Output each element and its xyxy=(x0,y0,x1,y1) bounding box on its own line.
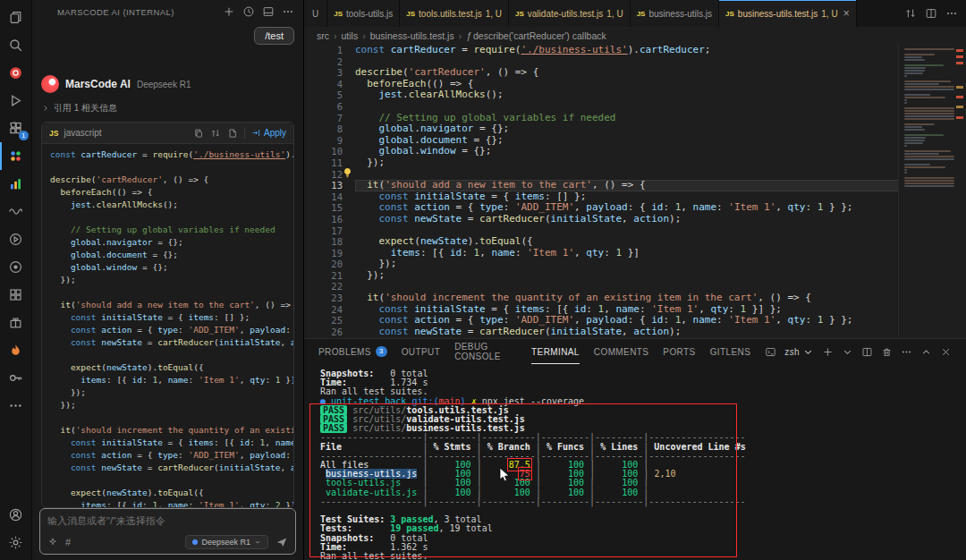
activity-ai-logo-icon[interactable] xyxy=(0,59,32,87)
panel-tab-comments[interactable]: COMMENTS xyxy=(594,339,649,364)
model-selector[interactable]: Deepseek R1 xyxy=(185,535,268,549)
panel-tab-bar: PROBLEMS3OUTPUTDEBUG CONSOLETERMINALCOMM… xyxy=(304,339,966,364)
activity-target-icon[interactable] xyxy=(0,253,32,281)
panel-tab-terminal[interactable]: TERMINAL xyxy=(531,339,580,364)
panel-tab-problems[interactable]: PROBLEMS3 xyxy=(318,339,387,364)
model-dot-icon xyxy=(192,539,198,545)
reference-toggle[interactable]: 引用 1 相关信息 xyxy=(41,102,294,115)
pinned-tab[interactable]: U xyxy=(304,0,327,27)
activity-grid-icon[interactable] xyxy=(0,281,32,309)
new-chat-button[interactable] xyxy=(223,5,235,18)
ai-code-line: const action = { type: 'ADD_ITEM', paylo… xyxy=(50,324,285,336)
minimap[interactable] xyxy=(898,45,966,338)
code-line[interactable]: }); xyxy=(355,259,966,270)
activity-more-h-icon[interactable] xyxy=(0,392,32,420)
activity-wave-icon[interactable] xyxy=(0,198,32,225)
activity-search-icon[interactable] xyxy=(0,31,32,59)
user-message-bubble[interactable]: /test xyxy=(254,27,294,45)
ai-code-line: const initialState = { items: [] }; xyxy=(50,311,285,324)
ai-code-line xyxy=(50,474,285,487)
code-line[interactable]: items: [{ id: 1, name: 'Item 1', qty: 1 … xyxy=(355,248,966,259)
lightbulb-icon[interactable] xyxy=(342,166,353,179)
copy-code-button[interactable] xyxy=(193,128,204,139)
terminal-content[interactable]: Snapshots: 0 totalTime: 1.734 sRan all t… xyxy=(304,364,966,560)
maximize-panel-button[interactable] xyxy=(920,346,932,358)
ai-code-line: const action = { type: 'ADD_ITEM', paylo… xyxy=(50,449,285,462)
ai-code-line: global.document = {}; xyxy=(50,249,285,261)
code-language-label: javascript xyxy=(64,128,188,138)
shell-label: zsh xyxy=(784,347,800,357)
code-line[interactable]: const cartReducer = require('./business-… xyxy=(355,45,966,56)
open-changes-button[interactable] xyxy=(904,7,917,20)
tab-validate-utils.test.js[interactable]: JSvalidate-utils.test.js1, U xyxy=(509,0,631,27)
panel-tab-label: TERMINAL xyxy=(531,347,580,357)
close-panel-button[interactable] xyxy=(940,346,952,358)
send-button[interactable] xyxy=(275,536,288,548)
activity-settings-gear-icon[interactable] xyxy=(0,529,32,556)
activity-flame-icon[interactable] xyxy=(0,336,32,364)
shell-selector[interactable]: zsh xyxy=(784,346,814,358)
breadcrumb-item[interactable]: business-utils.test.js xyxy=(370,30,454,41)
tab-tools-utils.js[interactable]: JStools-utils.js xyxy=(327,0,400,27)
js-icon: JS xyxy=(406,10,415,18)
terminal-dropdown-button[interactable] xyxy=(842,346,853,358)
ai-code-line: expect(newState).toEqual({ xyxy=(50,487,285,499)
code-line[interactable]: jest.clearAllMocks(); xyxy=(355,89,966,101)
apply-button[interactable]: Apply xyxy=(251,128,286,138)
editor-gutter: 1234567891011121314151617181920212223242… xyxy=(304,45,355,338)
new-file-button[interactable] xyxy=(227,128,238,139)
bottom-panel: PROBLEMS3OUTPUTDEBUG CONSOLETERMINALCOMM… xyxy=(304,338,966,560)
breadcrumb-item[interactable]: ƒdescribe('cartReducer') callback xyxy=(466,30,606,41)
line-number: 17 xyxy=(304,225,355,237)
activity-play-circle-icon[interactable] xyxy=(0,225,32,253)
split-editor-button[interactable] xyxy=(925,7,937,20)
panel-tab-gitlens[interactable]: GITLENS xyxy=(710,339,751,364)
tab-badge: 1, U xyxy=(606,9,623,19)
code-line[interactable]: }); xyxy=(355,157,966,169)
activity-files-icon[interactable] xyxy=(0,4,32,31)
activity-run-debug-icon[interactable] xyxy=(0,87,32,115)
code-line[interactable]: expect(newState).toEqual({ xyxy=(355,236,966,248)
split-terminal-button[interactable] xyxy=(861,346,873,358)
ai-code-line: const newState = cartReducer(initialStat… xyxy=(50,462,285,474)
open-in-panel-button[interactable] xyxy=(262,5,275,18)
commands-icon[interactable] xyxy=(47,537,58,547)
code-line[interactable]: describe('cartReducer', () => { xyxy=(355,67,966,79)
tab-tools.utils.test.js[interactable]: JStools.utils.test.js1, U xyxy=(400,0,509,27)
activity-account-icon[interactable] xyxy=(0,501,32,529)
panel-tab-ports[interactable]: PORTS xyxy=(663,339,695,364)
breadcrumb-item[interactable]: utils xyxy=(342,30,359,41)
activity-badge: 1 xyxy=(19,131,28,140)
kill-terminal-button[interactable] xyxy=(881,346,893,358)
sidebar-more-button[interactable] xyxy=(282,5,294,18)
code-line[interactable]: const newState = cartReducer(initialStat… xyxy=(355,327,966,338)
minimap-marker xyxy=(956,49,963,52)
tab-business-utils.test.js[interactable]: JSbusiness-utils.test.js1, U× xyxy=(719,0,857,27)
tab-label: business-utils.js xyxy=(648,9,712,19)
history-button[interactable] xyxy=(242,5,255,18)
code-line[interactable]: }); xyxy=(355,270,966,282)
editor-more-button[interactable] xyxy=(945,7,958,20)
code-line[interactable]: const newState = cartReducer(initialStat… xyxy=(355,214,966,225)
breadcrumb-item[interactable]: src xyxy=(317,30,329,41)
activity-key-icon[interactable] xyxy=(0,364,32,392)
new-terminal-button[interactable] xyxy=(822,346,834,358)
chat-input-box[interactable]: 输入消息或者"/"来选择指令 # Deepseek R1 xyxy=(39,508,296,555)
panel-more-button[interactable] xyxy=(901,346,912,358)
code-line[interactable]: global.window = {}; xyxy=(355,146,966,157)
activity-marscode-ai-icon[interactable] xyxy=(0,142,32,170)
line-number: 9 xyxy=(304,135,355,147)
activity-chart-icon[interactable] xyxy=(0,170,32,198)
close-icon[interactable]: × xyxy=(843,7,850,20)
activity-extensions-icon[interactable]: 1 xyxy=(0,115,32,142)
panel-tab-label: OUTPUT xyxy=(402,347,441,357)
panel-tab-output[interactable]: OUTPUT xyxy=(402,339,441,364)
activity-gift-icon[interactable] xyxy=(0,309,32,336)
tab-business-utils.js[interactable]: JSbusiness-utils.js xyxy=(631,0,719,27)
diff-code-button[interactable] xyxy=(210,128,221,139)
ide-window: 1 MARSCODE AI (INTERNAL) /test MarsCode … xyxy=(0,0,966,560)
editor-code[interactable]: const cartReducer = require('./business-… xyxy=(355,45,966,338)
panel-tab-debug-console[interactable]: DEBUG CONSOLE xyxy=(454,339,517,364)
context-hash-icon[interactable]: # xyxy=(65,537,71,547)
breadcrumb[interactable]: src›utils›business-utils.test.js›ƒdescri… xyxy=(304,27,966,45)
